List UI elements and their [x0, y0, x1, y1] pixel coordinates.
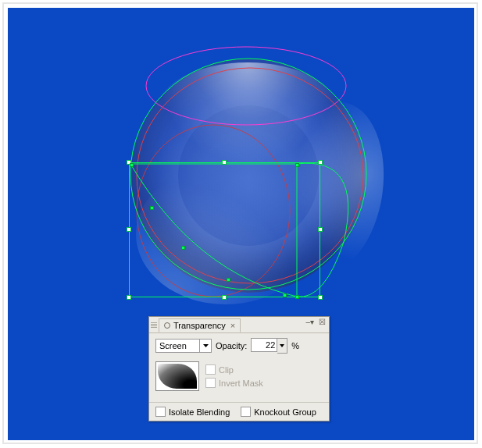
artboard-canvas[interactable]: Transparency × –▾ ☒ Screen Opacity:	[8, 8, 474, 440]
checkbox-icon[interactable]	[241, 407, 251, 417]
knockout-group-label: Knockout Group	[254, 407, 316, 417]
blend-mode-select[interactable]: Screen	[155, 339, 212, 353]
opacity-unit: %	[291, 341, 299, 350]
tab-close-icon[interactable]: ×	[230, 321, 235, 330]
opacity-label: Opacity:	[216, 341, 247, 350]
resize-handle-n[interactable]	[222, 160, 227, 165]
panel-body: Screen Opacity: 22 %	[149, 333, 329, 402]
object-thumbnail[interactable]	[155, 361, 199, 391]
resize-handle-se[interactable]	[318, 295, 323, 300]
anchor-point[interactable]	[295, 295, 299, 299]
resize-handle-ne[interactable]	[318, 160, 323, 165]
resize-handle-sw[interactable]	[127, 295, 131, 300]
checkbox-icon[interactable]	[155, 407, 166, 417]
checkbox-icon	[205, 364, 216, 375]
opacity-stepper-icon[interactable]	[277, 338, 287, 354]
dropdown-arrow-icon[interactable]	[199, 340, 211, 352]
anchor-point[interactable]	[150, 206, 154, 210]
tab-transparency[interactable]: Transparency ×	[159, 318, 241, 332]
blend-mode-value: Screen	[156, 341, 199, 350]
invert-mask-checkbox: Invert Mask	[205, 378, 263, 388]
isolate-blending-checkbox[interactable]: Isolate Blending	[155, 407, 230, 417]
tab-indicator-icon	[164, 322, 170, 329]
app-frame: Transparency × –▾ ☒ Screen Opacity:	[2, 2, 478, 444]
selection-bounding-box[interactable]	[129, 162, 320, 297]
resize-handle-w[interactable]	[127, 227, 131, 232]
anchor-point[interactable]	[181, 246, 185, 250]
anchor-point[interactable]	[283, 293, 287, 297]
resize-handle-e[interactable]	[318, 227, 323, 232]
panel-minimize-icon[interactable]: –▾	[304, 318, 316, 326]
anchor-point[interactable]	[227, 278, 230, 282]
clip-checkbox: Clip	[205, 364, 263, 375]
clip-label: Clip	[219, 365, 234, 375]
anchor-point[interactable]	[295, 163, 299, 167]
knockout-group-checkbox[interactable]: Knockout Group	[241, 407, 316, 417]
anchor-point[interactable]	[130, 163, 134, 167]
checkbox-icon	[205, 378, 216, 388]
tab-label: Transparency	[173, 321, 226, 330]
opacity-input[interactable]: 22	[251, 338, 277, 352]
isolate-blending-label: Isolate Blending	[169, 407, 230, 417]
resize-handle-s[interactable]	[222, 295, 227, 300]
panel-grip[interactable]	[151, 322, 157, 328]
transparency-panel[interactable]: Transparency × –▾ ☒ Screen Opacity:	[148, 316, 330, 421]
panel-footer: Isolate Blending Knockout Group	[149, 402, 329, 421]
invert-mask-label: Invert Mask	[219, 379, 263, 388]
panel-tab-bar[interactable]: Transparency × –▾ ☒	[149, 317, 329, 333]
thumbnail-preview	[158, 364, 197, 389]
panel-close-icon[interactable]: ☒	[317, 318, 327, 326]
